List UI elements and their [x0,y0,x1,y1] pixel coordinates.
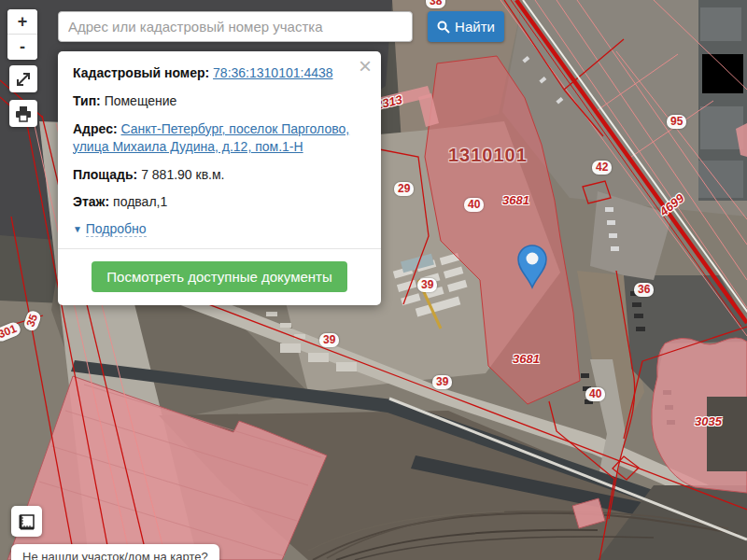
search-button-label: Найти [455,19,495,35]
zoom-in-button[interactable]: + [7,9,37,35]
ruler-square-icon [17,511,37,532]
measure-extent-button[interactable] [11,506,42,537]
cadastral-map-app: 38 95 42 4699 36 3035 40 3681 3681 40 29… [0,0,747,560]
parcel-info-popup: × Кадастровый номер: 78:36:1310101:4438 … [58,51,381,305]
zoom-out-button[interactable]: - [7,35,37,60]
location-marker-icon[interactable] [515,245,549,289]
diagonal-arrows-icon [14,70,33,89]
floor-row: Этаж: подвал,1 [73,193,366,211]
not-found-banner[interactable]: Не нашли участок/дом на карте? [11,544,219,560]
search-input[interactable] [58,11,413,42]
details-row: ▼ Подробно [73,221,366,236]
popup-divider [58,248,381,249]
floor-label: Этаж: [73,194,109,209]
search-button[interactable]: Найти [428,11,504,42]
type-row: Тип: Помещение [73,92,366,110]
zoom-control: + - [7,9,37,60]
area-row: Площадь: 7 881.90 кв.м. [73,166,366,184]
cadastral-number-label: Кадастровый номер: [73,65,209,80]
view-documents-button[interactable]: Посмотреть доступные документы [92,261,346,292]
chevron-down-icon: ▼ [73,224,82,234]
address-row: Адрес: Санкт-Петербург, поселок Парголов… [73,120,366,156]
cadastral-number-link[interactable]: 78:36:1310101:4438 [213,65,332,80]
print-button[interactable] [9,100,37,127]
search-icon [437,21,450,34]
fullscreen-button[interactable] [9,65,37,92]
cadastral-number-row: Кадастровый номер: 78:36:1310101:4438 [73,64,366,82]
area-value: 7 881.90 кв.м. [141,167,224,182]
printer-icon [14,105,33,123]
close-icon[interactable]: × [359,55,372,77]
area-label: Площадь: [73,167,137,182]
details-link[interactable]: Подробно [86,221,147,237]
floor-value: подвал,1 [113,194,167,209]
type-label: Тип: [73,93,101,108]
type-value: Помещение [105,93,177,108]
address-label: Адрес: [73,121,118,136]
